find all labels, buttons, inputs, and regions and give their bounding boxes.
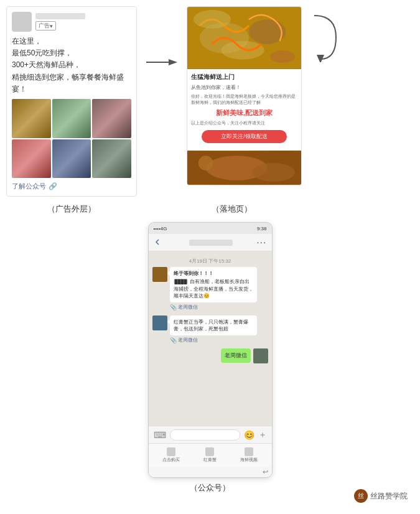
ad-tag-label: 广告: [39, 22, 50, 30]
ad-name-blurred: [35, 13, 85, 19]
wechat-link-1[interactable]: 📎 老周微信: [170, 304, 257, 311]
chat-avatar-2: [152, 315, 167, 330]
landing-sub-desc: 以上是介绍公众号，关注小程序请关注: [191, 120, 297, 126]
msg1-line1: 终于等到你！！！: [174, 270, 253, 277]
chat-bubble-2: 红膏蟹正当季，只只饱满，蟹膏爆膏，包送到家，死蟹包赔: [170, 315, 257, 335]
video-tab-icon: [245, 447, 253, 456]
ad-tag-arrow: ▾: [50, 23, 53, 29]
emoji-icon[interactable]: 😊: [244, 430, 254, 440]
phone-nav-bar: ···: [149, 234, 272, 251]
curved-arrow-svg: [308, 12, 339, 62]
landing-page: 生猛海鲜送上门 从鱼池到你家，速看！ 你好，欢迎光临！我是海鲜老板娘，今天给您推…: [187, 6, 302, 185]
msg1-username-blurred: ████: [174, 279, 189, 284]
ad-image-4: [12, 139, 51, 179]
plus-icon[interactable]: ＋: [258, 429, 267, 441]
status-time: 9:38: [257, 226, 267, 231]
landing-label: （落地页）: [174, 203, 289, 215]
landing-subtitle: 从鱼池到你家，速看！: [191, 84, 297, 91]
ad-avatar: [12, 12, 32, 32]
gongzhonghao-label: （公众号）: [190, 482, 230, 493]
chat-avatar-1: [152, 267, 167, 282]
ad-card-header: 广告 ▾: [12, 12, 131, 32]
landing-title: 生猛海鲜送上门: [191, 73, 297, 82]
ad-footer-text: 了解公众号: [12, 182, 46, 191]
chat-avatar-right: [253, 348, 268, 363]
green-bubble: 老周微信: [221, 348, 251, 363]
chat-message-green: 老周微信: [152, 348, 268, 363]
ad-text: 在这里， 最低50元吃到撑， 300+天然海鲜品种， 精挑细选到您家，畅享餐餐海…: [12, 35, 131, 95]
nav-more-button[interactable]: ···: [256, 237, 266, 248]
landing-bottom-image: [187, 151, 301, 185]
landing-bottom-svg: [187, 151, 301, 185]
ad-image-6: [92, 139, 131, 179]
ad-card: 广告 ▾ 在这里， 最低50元吃到撑， 300+天然海鲜品种， 精挑细选到您家，…: [6, 6, 137, 197]
top-section: 广告 ▾ 在这里， 最低50元吃到撑， 300+天然海鲜品种， 精挑细选到您家，…: [6, 6, 414, 197]
bottom-tab-crab[interactable]: 红膏蟹: [203, 447, 217, 463]
chat-message-1: 终于等到你！！！ ████ 自有渔船，老板船长亲自出海捕捞，全程海鲜直播，当天发…: [152, 267, 268, 311]
msg1-line2: ████ 自有渔船，老板船长亲自出海捕捞，全程海鲜直播，当天发货，顺丰隔天直达😊: [174, 278, 253, 299]
logo-icon: 丝: [354, 489, 368, 503]
arrow-spacer: [137, 203, 174, 215]
ad-name-area: 广告 ▾: [35, 13, 131, 30]
logo-area: 丝 丝路赞学院: [354, 489, 408, 503]
chat-message-2: 红膏蟹正当季，只只饱满，蟹膏爆膏，包送到家，死蟹包赔 📎 老周微信: [152, 315, 268, 343]
bottom-section: ••••4G 9:38 ··· 4月19日 下午15:32: [6, 222, 414, 493]
bottom-tab-video[interactable]: 海鲜视频: [240, 447, 258, 463]
ad-image-3: [92, 99, 131, 138]
phone-input-bar: ⌨ 😊 ＋: [149, 426, 272, 443]
ad-footer[interactable]: 了解公众号 🔗: [12, 182, 131, 191]
main-container: 广告 ▾ 在这里， 最低50元吃到撑， 300+天然海鲜品种， 精挑细选到您家，…: [0, 0, 420, 500]
svg-marker-1: [169, 59, 177, 65]
phone-status-bar: ••••4G 9:38: [149, 223, 272, 234]
bottom-tab-buy[interactable]: 点击购买: [162, 447, 180, 463]
date-separator: 4月19日 下午15:32: [152, 258, 268, 264]
landing-top-image: [187, 7, 301, 69]
back-icon: [154, 238, 161, 246]
link-icon: 🔗: [49, 182, 57, 190]
svg-point-5: [221, 41, 264, 60]
landing-content: 生猛海鲜送上门 从鱼池到你家，速看！ 你好，欢迎光临！我是海鲜老板娘，今天给您推…: [187, 69, 301, 151]
nav-title-bar: [189, 240, 233, 246]
svg-point-8: [252, 163, 295, 182]
landing-body-desc: 你好，欢迎光临！我是海鲜老板娘，今天给您推荐的是新鲜海鲜，我们的海鲜配送已经了解: [191, 93, 297, 106]
curved-arrow-area: [308, 6, 339, 62]
return-icon-area: ↩: [149, 467, 272, 477]
right-arrow-svg: [146, 56, 177, 68]
chat-input-field[interactable]: [170, 429, 240, 441]
nav-back[interactable]: [154, 237, 166, 248]
phone-bottom-bar: 点击购买 红膏蟹 海鲜视频: [149, 443, 272, 467]
landing-highlight: 新鲜美味,配送到家: [191, 108, 297, 118]
ad-image-2: [52, 99, 91, 138]
chat-bubble-1-wrap: 终于等到你！！！ ████ 自有渔船，老板船长亲自出海捕捞，全程海鲜直播，当天发…: [170, 267, 257, 311]
logo-text: 丝路赞学院: [370, 491, 408, 502]
ad-label: （广告外层）: [6, 203, 137, 215]
keyboard-icon[interactable]: ⌨: [154, 430, 166, 440]
crab-tab-icon: [205, 447, 214, 456]
return-icon: ↩: [263, 468, 268, 475]
chat-spacer: [152, 368, 268, 375]
landing-cta-button[interactable]: 立即关注/领取配送: [202, 130, 287, 143]
ad-tag: 广告 ▾: [35, 21, 56, 30]
ad-images-grid: [12, 99, 131, 178]
ad-image-5: [52, 139, 91, 179]
ad-image-1: [12, 99, 51, 138]
wechat-link-2[interactable]: 📎 老周微信: [170, 337, 257, 343]
phone-chat-body: 4月19日 下午15:32 终于等到你！！！ ████ 自有渔船，老板船长亲自出…: [149, 251, 272, 426]
svg-point-9: [198, 156, 213, 171]
labels-row: （广告外层） （落地页）: [6, 203, 414, 215]
status-signal: ••••4G: [154, 226, 167, 231]
chat-bubble-1: 终于等到你！！！ ████ 自有渔船，老板船长亲自出海捕捞，全程海鲜直播，当天发…: [170, 267, 257, 302]
chat-bubble-2-wrap: 红膏蟹正当季，只只饱满，蟹膏爆膏，包送到家，死蟹包赔 📎 老周微信: [170, 315, 257, 343]
buy-tab-icon: [167, 447, 175, 456]
landing-seafood-img: [187, 7, 301, 69]
phone-mockup: ••••4G 9:38 ··· 4月19日 下午15:32: [148, 222, 273, 478]
arrow-right-area: [143, 6, 180, 68]
